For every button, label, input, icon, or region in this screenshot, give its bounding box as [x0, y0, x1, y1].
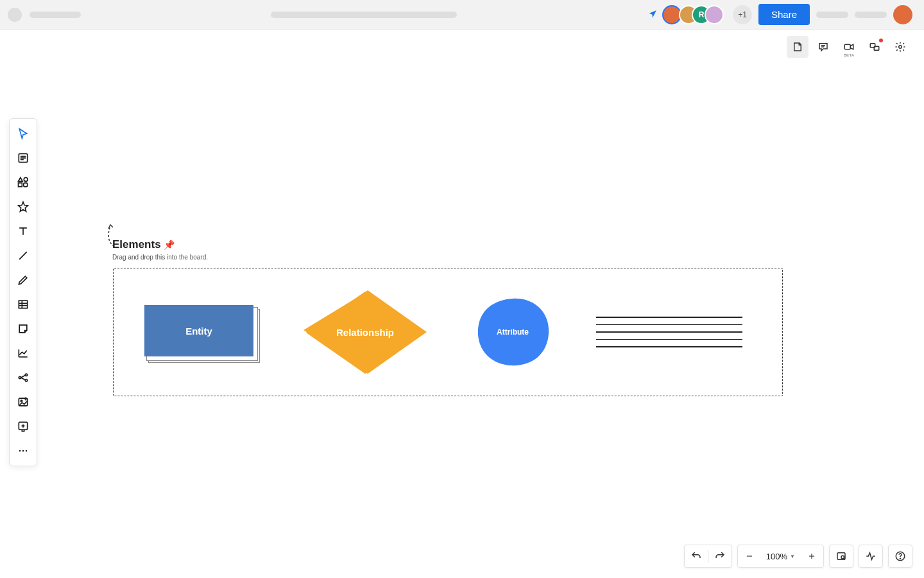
line-tool[interactable] [9, 243, 37, 268]
redo-button[interactable] [708, 545, 732, 568]
line-icon [17, 249, 30, 262]
header-placeholder-2[interactable] [855, 12, 887, 18]
share-button[interactable]: Share [758, 4, 810, 25]
chart-tool[interactable] [9, 341, 37, 365]
avatar-letter: R [699, 10, 705, 19]
shapes-tool[interactable] [9, 170, 37, 195]
relationship-label: Relationship [301, 288, 429, 376]
map-button-group [829, 545, 853, 568]
pencil-icon [17, 274, 30, 286]
more-tools[interactable] [9, 439, 37, 463]
attribute-shape[interactable]: Attribute [474, 296, 551, 368]
frame-add-tool[interactable] [9, 414, 37, 439]
help-button-group [888, 545, 912, 568]
top-right-actions: BETA [787, 36, 911, 58]
undo-redo-group [684, 545, 732, 568]
text-icon [17, 225, 30, 238]
header-placeholder-1[interactable] [816, 12, 848, 18]
presence-cursor-icon [647, 8, 658, 21]
zoom-in-button[interactable] [800, 545, 823, 568]
text-line-2 [596, 324, 742, 326]
video-icon [843, 41, 855, 53]
svg-point-27 [21, 400, 22, 402]
template-tool[interactable] [9, 146, 37, 170]
zoom-out-button[interactable] [738, 545, 761, 568]
svg-line-16 [19, 252, 27, 259]
image-tool[interactable] [9, 390, 37, 414]
avatar-user-4[interactable] [705, 5, 724, 24]
select-tool[interactable] [9, 121, 37, 146]
minimap-button[interactable] [830, 545, 853, 568]
elements-title-text: Elements [112, 238, 161, 251]
zoom-value: 100% [766, 552, 787, 561]
undo-icon [690, 550, 702, 562]
svg-point-22 [25, 374, 27, 376]
svg-rect-12 [19, 183, 22, 187]
pen-tool[interactable] [9, 268, 37, 292]
left-toolbar [9, 118, 37, 466]
extra-users-badge[interactable]: +1 [733, 5, 752, 24]
text-tool[interactable] [9, 219, 37, 243]
board-title-placeholder[interactable] [30, 12, 81, 18]
svg-marker-10 [19, 178, 23, 182]
connector-icon [17, 371, 30, 384]
elements-subtitle: Drag and drop this into the board. [112, 254, 208, 261]
minimap-icon [835, 550, 847, 562]
chart-icon [17, 347, 30, 360]
table-icon [17, 298, 30, 311]
undo-button[interactable] [685, 545, 708, 568]
entity-rect: Entity [144, 305, 253, 356]
header-right: R +1 Share [647, 4, 912, 25]
svg-point-34 [22, 450, 24, 452]
svg-point-23 [25, 380, 27, 381]
comment-icon [817, 41, 829, 53]
plus-icon [807, 552, 816, 561]
activity-button[interactable] [859, 545, 882, 568]
comments-button[interactable] [812, 36, 834, 58]
svg-point-46 [900, 558, 900, 559]
redo-icon [714, 550, 726, 562]
presence-avatars: R [662, 5, 724, 24]
text-line-4 [596, 339, 742, 340]
connector-tool[interactable] [9, 365, 37, 390]
grid-tool[interactable] [9, 292, 37, 317]
header-center-placeholder [271, 12, 457, 18]
notification-dot-icon [879, 39, 883, 42]
logo-placeholder[interactable] [8, 8, 22, 22]
relationship-shape[interactable]: Relationship [301, 288, 429, 376]
pulse-icon [865, 550, 877, 562]
help-button[interactable] [889, 545, 912, 568]
sticky-tool[interactable] [9, 317, 37, 341]
image-icon [17, 396, 30, 408]
star-icon [17, 200, 30, 213]
text-lines-shape[interactable] [596, 317, 742, 347]
svg-point-5 [899, 46, 902, 49]
chevron-down-icon: ▼ [790, 554, 795, 559]
svg-point-21 [19, 376, 21, 378]
shapes-icon [17, 176, 30, 189]
zoom-group: 100% ▼ [737, 545, 824, 568]
help-icon [894, 550, 906, 562]
settings-button[interactable] [889, 36, 911, 58]
pin-icon: 📌 [164, 240, 175, 250]
svg-line-24 [21, 375, 26, 378]
activity-button-group [859, 545, 883, 568]
cursor-icon [17, 127, 30, 140]
entity-label: Entity [185, 326, 212, 337]
star-tool[interactable] [9, 195, 37, 219]
svg-point-11 [24, 178, 28, 182]
present-button[interactable] [864, 36, 886, 58]
current-user-avatar[interactable] [893, 5, 912, 24]
board-canvas[interactable]: Elements 📌 Drag and drop this into the b… [0, 30, 924, 578]
notes-button[interactable] [787, 36, 809, 58]
text-line-1 [596, 317, 742, 318]
text-line-5 [596, 346, 742, 347]
zoom-level-dropdown[interactable]: 100% ▼ [761, 552, 800, 561]
attribute-label: Attribute [474, 296, 551, 368]
elements-label-group: Elements 📌 Drag and drop this into the b… [112, 238, 208, 261]
more-icon [17, 444, 30, 457]
svg-rect-2 [844, 44, 850, 49]
gear-icon [894, 41, 906, 53]
video-button[interactable]: BETA [838, 36, 860, 58]
entity-shape[interactable]: Entity [144, 305, 256, 359]
